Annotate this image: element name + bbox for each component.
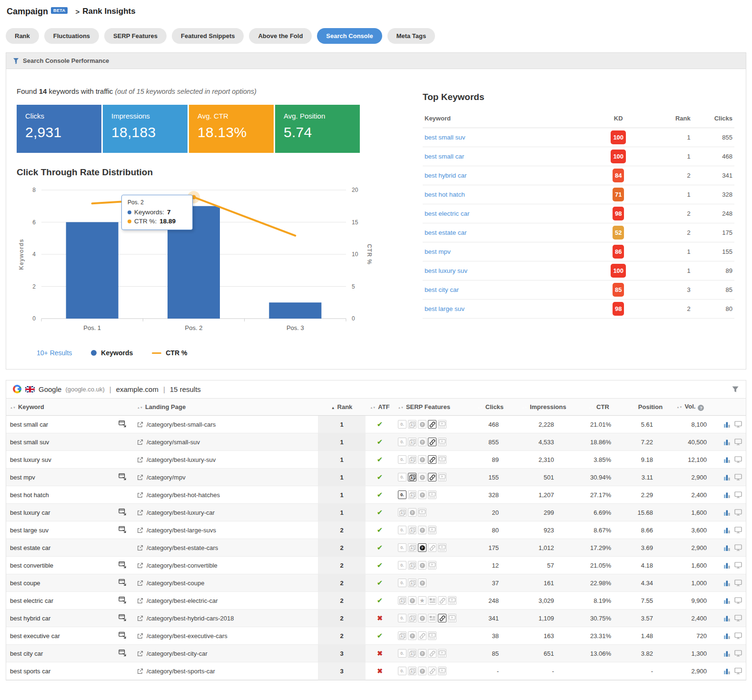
serp-snapshot-monitor-icon[interactable] — [734, 456, 742, 463]
multiple-pages-icon[interactable] — [119, 614, 127, 621]
col-landing-page[interactable]: ▲▼Landing Page — [133, 399, 318, 416]
serp-history-chart-icon[interactable] — [723, 510, 731, 516]
landing-page-link[interactable]: /category/best-estate-cars — [137, 544, 314, 551]
landing-page-link[interactable]: /category/best-electric-car — [137, 597, 314, 604]
keyword-cell[interactable]: best large suv — [6, 521, 112, 539]
keyword-cell[interactable]: best small suv — [6, 433, 112, 451]
serp-history-chart-icon[interactable] — [723, 598, 731, 604]
landing-page-link[interactable]: /category/best-luxury-car — [137, 509, 314, 516]
serp-snapshot-monitor-icon[interactable] — [734, 527, 742, 533]
keyword-cell[interactable]: best small car — [6, 416, 112, 433]
tab-rank[interactable]: Rank — [6, 28, 39, 44]
keyword-link[interactable]: best luxury suv — [425, 267, 467, 274]
filter-funnel-icon[interactable] — [732, 386, 739, 393]
multiple-pages-icon[interactable] — [119, 649, 127, 657]
keyword-link[interactable]: best electric car — [425, 210, 470, 217]
serp-history-chart-icon[interactable] — [723, 650, 731, 657]
multiple-pages-icon[interactable] — [119, 473, 127, 480]
keyword-cell[interactable]: best executive car — [6, 627, 112, 645]
tab-search-console[interactable]: Search Console — [317, 28, 382, 44]
col-serp-features[interactable]: ▲▼SERP Features — [394, 399, 468, 416]
serp-snapshot-monitor-icon[interactable] — [734, 439, 742, 445]
landing-page-link[interactable]: /category/best-coupe — [137, 580, 314, 587]
tab-featured-snippets[interactable]: Featured Snippets — [172, 28, 244, 44]
serp-history-chart-icon[interactable] — [723, 439, 731, 445]
serp-history-chart-icon[interactable] — [723, 615, 731, 621]
col-keyword[interactable]: ▲▼Keyword — [6, 399, 112, 416]
serp-snapshot-monitor-icon[interactable] — [734, 544, 742, 551]
landing-page-link[interactable]: /category/best-luxury-suv — [137, 456, 314, 463]
landing-page-link[interactable]: /category/small-suv — [137, 439, 314, 446]
keyword-cell[interactable]: best luxury suv — [6, 451, 112, 469]
keyword-cell[interactable]: best coupe — [6, 574, 112, 592]
landing-page-link[interactable]: /category/best-sports-car — [137, 668, 314, 675]
serp-history-chart-icon[interactable] — [723, 492, 731, 498]
landing-page-link[interactable]: /category/best-convertible — [137, 562, 314, 569]
col-rank[interactable]: ▲Rank — [318, 399, 366, 416]
serp-snapshot-monitor-icon[interactable] — [734, 632, 742, 639]
multiple-pages-icon[interactable] — [119, 561, 127, 569]
keyword-cell[interactable]: best city car — [6, 645, 112, 662]
col-impressions[interactable]: ▲▼Impressions — [513, 399, 575, 416]
multiple-pages-icon[interactable] — [119, 420, 127, 428]
serp-history-chart-icon[interactable] — [723, 421, 731, 428]
serp-snapshot-monitor-icon[interactable] — [734, 491, 742, 498]
keyword-link[interactable]: best hot hatch — [425, 191, 465, 198]
multiple-pages-icon[interactable] — [119, 596, 127, 604]
keyword-cell[interactable]: best luxury car — [6, 504, 112, 521]
serp-history-chart-icon[interactable] — [723, 633, 731, 639]
serp-history-chart-icon[interactable] — [723, 580, 731, 586]
serp-history-chart-icon[interactable] — [723, 527, 731, 533]
multiple-pages-icon[interactable] — [119, 508, 127, 516]
serp-history-chart-icon[interactable] — [723, 545, 731, 551]
tab-fluctuations[interactable]: Fluctuations — [44, 28, 99, 44]
serp-history-chart-icon[interactable] — [723, 474, 731, 480]
landing-page-link[interactable]: /category/best-small-cars — [137, 421, 314, 428]
tab-serp-features[interactable]: SERP Features — [104, 28, 167, 44]
landing-page-link[interactable]: /category/best-executive-cars — [137, 632, 314, 640]
landing-page-link[interactable]: /category/best-city-car — [137, 650, 314, 657]
multiple-pages-icon[interactable] — [119, 526, 127, 533]
serp-history-chart-icon[interactable] — [723, 562, 731, 569]
keyword-cell[interactable]: best electric car — [6, 592, 112, 610]
tab-meta-tags[interactable]: Meta Tags — [387, 28, 435, 44]
serp-snapshot-monitor-icon[interactable] — [734, 668, 742, 674]
multiple-pages-icon[interactable] — [119, 579, 127, 586]
serp-history-chart-icon[interactable] — [723, 457, 731, 463]
keyword-cell[interactable]: best mpv — [6, 469, 112, 486]
keyword-cell[interactable]: best sports car — [6, 662, 112, 680]
serp-snapshot-monitor-icon[interactable] — [734, 562, 742, 569]
volume-help-icon[interactable]: ? — [698, 405, 704, 411]
serp-history-chart-icon[interactable] — [723, 668, 731, 674]
legend-keywords[interactable]: Keywords — [91, 349, 133, 357]
serp-snapshot-monitor-icon[interactable] — [734, 421, 742, 428]
serp-snapshot-monitor-icon[interactable] — [734, 580, 742, 586]
serp-snapshot-monitor-icon[interactable] — [734, 509, 742, 516]
multiple-pages-icon[interactable] — [119, 631, 127, 639]
col-ctr[interactable]: ▲▼CTR — [575, 399, 623, 416]
tab-above-the-fold[interactable]: Above the Fold — [249, 28, 312, 44]
landing-page-link[interactable]: /category/best-hot-hatches — [137, 491, 314, 499]
landing-page-link[interactable]: /category/best-hybrid-cars-2018 — [137, 615, 314, 622]
keyword-link[interactable]: best estate car — [425, 229, 467, 236]
keyword-link[interactable]: best small suv — [425, 134, 465, 141]
col-position[interactable]: ▲▼Position — [623, 399, 670, 416]
landing-page-link[interactable]: /category/mpv — [137, 474, 314, 481]
serp-snapshot-monitor-icon[interactable] — [734, 615, 742, 621]
serp-snapshot-monitor-icon[interactable] — [734, 650, 742, 657]
keyword-cell[interactable]: best convertible — [6, 557, 112, 574]
col-atf[interactable]: ▲▼ATF — [366, 399, 394, 416]
keyword-cell[interactable]: best hybrid car — [6, 610, 112, 627]
keyword-link[interactable]: best hybrid car — [425, 172, 467, 179]
landing-page-link[interactable]: /category/best-large-suvs — [137, 527, 314, 534]
keyword-cell[interactable]: best hot hatch — [6, 486, 112, 504]
col-volume[interactable]: ▲▼Vol.? — [670, 399, 711, 416]
serp-snapshot-monitor-icon[interactable] — [734, 597, 742, 604]
keyword-link[interactable]: best large suv — [425, 305, 465, 312]
legend-ctr[interactable]: CTR % — [152, 349, 187, 357]
ten-plus-results-link[interactable]: 10+ Results — [37, 349, 72, 357]
keyword-link[interactable]: best city car — [425, 286, 459, 293]
serp-snapshot-monitor-icon[interactable] — [734, 474, 742, 480]
col-clicks[interactable]: ▲▼Clicks — [468, 399, 513, 416]
keyword-link[interactable]: best small car — [425, 153, 464, 160]
